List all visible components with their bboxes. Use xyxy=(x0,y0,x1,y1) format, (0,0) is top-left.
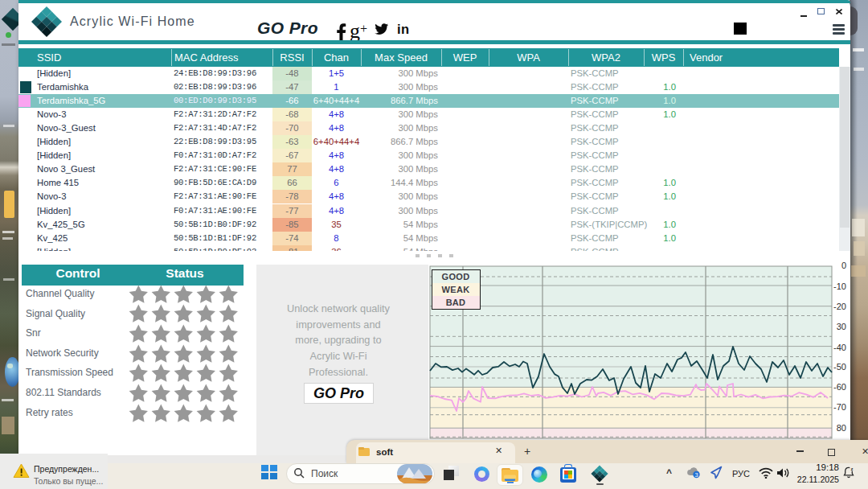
svg-text:z: z xyxy=(850,466,853,471)
svg-text:3: 3 xyxy=(694,471,698,479)
